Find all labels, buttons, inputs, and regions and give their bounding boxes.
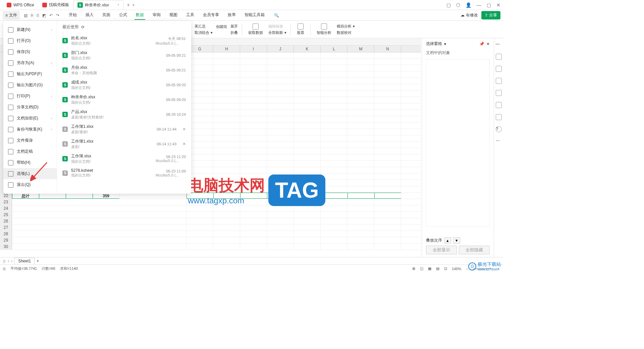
- recent-file-1[interactable]: S 部门.xlsx我的云文档/ 09-05 09:21: [62, 48, 186, 63]
- cell[interactable]: [374, 218, 401, 224]
- preview-icon[interactable]: ◩: [42, 13, 46, 18]
- cell[interactable]: [374, 212, 401, 218]
- row-29[interactable]: 29: [0, 237, 421, 244]
- cell[interactable]: [294, 205, 321, 211]
- cell[interactable]: [267, 231, 294, 237]
- sheet-next-icon[interactable]: ›: [11, 259, 12, 263]
- cloud-status[interactable]: ☁ 有修改: [461, 12, 478, 18]
- select-tool-icon[interactable]: [496, 54, 502, 60]
- avatar-icon[interactable]: 👤: [466, 2, 471, 8]
- cell[interactable]: [186, 231, 213, 237]
- ribbon-smart-analysis[interactable]: 智能分析: [315, 23, 333, 35]
- whatif-label[interactable]: 模拟分析: [337, 24, 352, 29]
- remove-recent-icon[interactable]: ✕: [182, 142, 186, 146]
- sheet-prev-icon[interactable]: ‹: [8, 259, 9, 263]
- row-header[interactable]: 30: [0, 244, 12, 250]
- sheet-tab-1[interactable]: Sheet1: [14, 258, 35, 264]
- cell[interactable]: [267, 205, 294, 211]
- cell[interactable]: [213, 205, 240, 211]
- search-icon[interactable]: 🔍: [274, 13, 279, 18]
- cell[interactable]: [186, 218, 213, 224]
- cell[interactable]: [321, 205, 347, 211]
- close-pane-icon[interactable]: ✕: [486, 42, 490, 46]
- view-page-icon[interactable]: ▤: [436, 266, 439, 271]
- refresh-all-label[interactable]: 全部刷新: [268, 30, 283, 35]
- col-h[interactable]: H: [213, 46, 240, 52]
- group-label[interactable]: 创建组: [216, 24, 227, 29]
- cell[interactable]: [294, 218, 321, 224]
- col-m[interactable]: M: [347, 46, 374, 52]
- subtotal-label[interactable]: 美汇总: [195, 24, 206, 29]
- cell[interactable]: [240, 205, 267, 211]
- col-n[interactable]: N: [374, 46, 401, 52]
- cell[interactable]: [347, 212, 374, 218]
- cell[interactable]: [213, 237, 240, 243]
- cell[interactable]: [267, 212, 294, 218]
- tab-start[interactable]: 开始: [67, 11, 78, 20]
- tab-tools[interactable]: 工具: [185, 11, 196, 20]
- cell[interactable]: [347, 244, 374, 250]
- remove-recent-icon[interactable]: ✕: [182, 127, 186, 132]
- view-cell-icon[interactable]: ⊞: [412, 266, 415, 271]
- cell[interactable]: [294, 231, 321, 237]
- cell[interactable]: [186, 212, 213, 218]
- hide-all-button[interactable]: 全部隐藏: [459, 246, 490, 254]
- col-l[interactable]: L: [321, 46, 347, 52]
- help-tool-icon[interactable]: ?: [496, 126, 502, 132]
- app-tab[interactable]: WPS Office: [3, 0, 38, 10]
- cell[interactable]: [347, 205, 374, 211]
- row-header[interactable]: 27: [0, 225, 12, 231]
- recent-file-4[interactable]: S 种类单价.xlsx我的云文档/ 09-05 09:20: [62, 92, 186, 107]
- app-icon[interactable]: ▢: [446, 2, 451, 8]
- recent-file-7[interactable]: S 工作簿1.xlsx桌面/ 08-14 11:43 ✕: [62, 137, 186, 151]
- open-icon[interactable]: ⎘: [31, 13, 33, 18]
- ribbon-get-data[interactable]: 获取数据: [246, 23, 265, 35]
- document-tab[interactable]: S 种类单价.xlsx •: [73, 0, 123, 10]
- cell[interactable]: [374, 205, 401, 211]
- validate-label[interactable]: 数据校对: [337, 30, 352, 35]
- cell[interactable]: [347, 237, 374, 243]
- close-button[interactable]: ✕: [496, 2, 500, 8]
- recent-file-0[interactable]: S 姓名.xlsx我的云文档/ 今天 08:51Mozilla/5.0 (...: [62, 33, 186, 48]
- row-27[interactable]: 27: [0, 225, 421, 231]
- tab-data[interactable]: 数据: [135, 11, 145, 20]
- sheet-first-icon[interactable]: |‹: [3, 259, 6, 263]
- style-tool-icon[interactable]: [496, 66, 502, 72]
- cell[interactable]: [240, 244, 267, 250]
- view-normal-icon[interactable]: ▦: [428, 266, 431, 271]
- recent-file-2[interactable]: S 月份.xlsx来自：其他电脑 09-05 09:21: [62, 63, 186, 78]
- cell[interactable]: [294, 244, 321, 250]
- cell[interactable]: [267, 237, 294, 243]
- file-menu-item-9[interactable]: 备份与恢复(K)›: [3, 124, 57, 135]
- file-menu-item-3[interactable]: 另存为(A)›: [3, 57, 57, 68]
- cell[interactable]: [267, 218, 294, 224]
- cell[interactable]: [321, 231, 347, 237]
- status-icon[interactable]: ⎘: [3, 267, 6, 271]
- view-reading-icon[interactable]: ◫: [420, 266, 423, 271]
- file-menu-item-10[interactable]: 文件瘦身: [3, 135, 57, 146]
- expand-label[interactable]: 展开: [230, 24, 238, 29]
- redo-icon[interactable]: ↷: [56, 13, 59, 18]
- print-icon[interactable]: ⎙: [37, 13, 39, 18]
- cell[interactable]: [294, 237, 321, 243]
- cell[interactable]: [321, 244, 347, 250]
- cell[interactable]: [374, 244, 401, 250]
- order-down-button[interactable]: ▾: [453, 237, 460, 244]
- zoom-out-icon[interactable]: −: [466, 267, 468, 271]
- cell[interactable]: [267, 244, 294, 250]
- file-menu-item-11[interactable]: 文档定稿: [3, 146, 57, 157]
- cell[interactable]: [186, 244, 213, 250]
- recent-file-3[interactable]: S 成绩.xlsx我的云文档/ 09-05 09:20: [62, 78, 186, 92]
- file-menu-item-7[interactable]: 分享文档(D): [3, 102, 57, 113]
- tab-view[interactable]: 视图: [168, 11, 179, 20]
- row-26[interactable]: 26: [0, 218, 421, 225]
- file-menu-item-4[interactable]: 输出为PDF(F): [3, 68, 57, 80]
- cell[interactable]: [374, 225, 401, 231]
- maximize-button[interactable]: ▢: [487, 2, 491, 8]
- cell[interactable]: [240, 225, 267, 231]
- file-menu-item-2[interactable]: 保存(S): [3, 46, 57, 57]
- row-header[interactable]: 23: [0, 199, 12, 205]
- file-menu-item-0[interactable]: 新建(N)›: [3, 24, 57, 35]
- cell[interactable]: [267, 225, 294, 231]
- cell[interactable]: [240, 231, 267, 237]
